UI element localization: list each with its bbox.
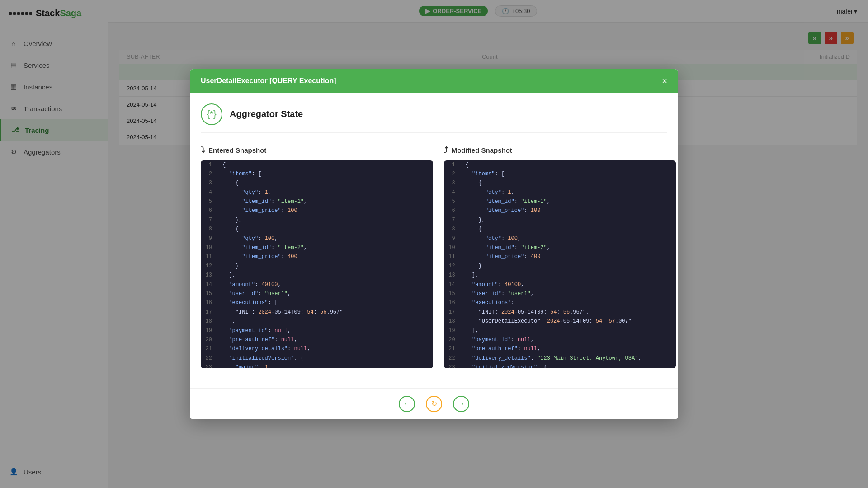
- code-line: 18 "UserDetailExecutor: 2024-05-14T09: 5…: [444, 317, 676, 326]
- code-line: 7 },: [444, 216, 676, 225]
- code-line: 14 "amount": 40100,: [444, 280, 676, 289]
- code-line: 3 {: [201, 178, 433, 188]
- code-line: 23 "major": 1,: [201, 363, 433, 368]
- modified-code-block[interactable]: 1{2 "items": [3 {4 "qty": 1,5 "item_id":…: [444, 160, 676, 368]
- code-line: 9 "qty": 100,: [444, 234, 676, 243]
- code-line: 21 "delivery_details": null,: [201, 344, 433, 353]
- main-content: ▶ ORDER-SERVICE 🕐 +05:30 mafei ▾ » » » S…: [108, 0, 868, 488]
- nav-next-button[interactable]: →: [453, 396, 469, 412]
- code-line: 22 "initializedVersion": {: [201, 354, 433, 363]
- code-line: 22 "delivery_details": "123 Main Street,…: [444, 354, 676, 363]
- nav-refresh-button[interactable]: ↻: [426, 396, 442, 412]
- code-line: 13 ],: [444, 271, 676, 280]
- code-line: 18 ],: [201, 317, 433, 326]
- code-line: 5 "item_id": "item-1",: [201, 197, 433, 206]
- code-line: 6 "item_price": 100: [201, 206, 433, 215]
- code-line: 15 "user_id": "user1",: [201, 289, 433, 298]
- code-line: 20 "payment_id": null,: [444, 335, 676, 344]
- code-line: 10 "item_id": "item-2",: [201, 243, 433, 252]
- code-line: 8 {: [201, 225, 433, 234]
- modal-header: UserDetailExecutor [QUERY Execution] ×: [190, 69, 678, 93]
- code-line: 19 "payment_id": null,: [201, 326, 433, 335]
- code-line: 1{: [201, 160, 433, 169]
- nav-prev-button[interactable]: ←: [399, 396, 415, 412]
- snapshots-container: ⤵ Entered Snapshot 1{2 "items": [3 {4 "q…: [201, 145, 667, 368]
- code-line: 10 "item_id": "item-2",: [444, 243, 676, 252]
- modal-close-button[interactable]: ×: [662, 76, 667, 85]
- modal-body: {*} Aggregator State ⤵ Entered Snapshot …: [190, 93, 678, 388]
- aggregator-title: Aggregator State: [230, 109, 303, 119]
- code-line: 16 "executions": [: [444, 298, 676, 307]
- exit-icon: ⤴: [444, 145, 448, 155]
- code-line: 3 {: [444, 178, 676, 188]
- code-line: 4 "qty": 1,: [444, 188, 676, 197]
- code-line: 23 "initializedVersion": {: [444, 363, 676, 368]
- entered-snapshot-panel: ⤵ Entered Snapshot 1{2 "items": [3 {4 "q…: [201, 145, 433, 368]
- code-line: 11 "item_price": 400: [201, 252, 433, 261]
- code-line: 21 "pre_auth_ref": null,: [444, 344, 676, 353]
- modal-title: UserDetailExecutor [QUERY Execution]: [201, 77, 336, 85]
- code-line: 9 "qty": 100,: [201, 234, 433, 243]
- entered-code-block[interactable]: 1{2 "items": [3 {4 "qty": 1,5 "item_id":…: [201, 160, 433, 368]
- code-line: 19 ],: [444, 326, 676, 335]
- modified-snapshot-panel: ⤴ Modified Snapshot 1{2 "items": [3 {4 "…: [444, 145, 676, 368]
- code-line: 1{: [444, 160, 676, 169]
- code-line: 6 "item_price": 100: [444, 206, 676, 215]
- code-line: 14 "amount": 40100,: [201, 280, 433, 289]
- code-line: 7 },: [201, 216, 433, 225]
- code-line: 5 "item_id": "item-1",: [444, 197, 676, 206]
- code-line: 12 }: [201, 262, 433, 271]
- code-line: 17 "INIT: 2024-05-14T09: 54: 56.967",: [444, 308, 676, 317]
- code-line: 4 "qty": 1,: [201, 188, 433, 197]
- code-line: 17 "INIT: 2024-05-14T09: 54: 56.967": [201, 308, 433, 317]
- code-line: 16 "executions": [: [201, 298, 433, 307]
- code-line: 20 "pre_auth_ref": null,: [201, 335, 433, 344]
- code-line: 13 ],: [201, 271, 433, 280]
- modal-overlay: UserDetailExecutor [QUERY Execution] × {…: [108, 0, 868, 488]
- code-line: 8 {: [444, 225, 676, 234]
- code-line: 2 "items": [: [201, 169, 433, 178]
- enter-icon: ⤵: [201, 145, 205, 155]
- code-line: 2 "items": [: [444, 169, 676, 178]
- code-line: 12 }: [444, 262, 676, 271]
- modal: UserDetailExecutor [QUERY Execution] × {…: [190, 69, 678, 419]
- code-line: 15 "user_id": "user1",: [444, 289, 676, 298]
- aggregator-state-header: {*} Aggregator State: [201, 103, 667, 133]
- modified-snapshot-title: ⤴ Modified Snapshot: [444, 145, 676, 155]
- asterisk-icon: {*}: [207, 109, 216, 119]
- entered-snapshot-title: ⤵ Entered Snapshot: [201, 145, 433, 155]
- code-line: 11 "item_price": 400: [444, 252, 676, 261]
- aggregator-icon: {*}: [201, 103, 222, 125]
- modal-footer: ← ↻ →: [190, 388, 678, 419]
